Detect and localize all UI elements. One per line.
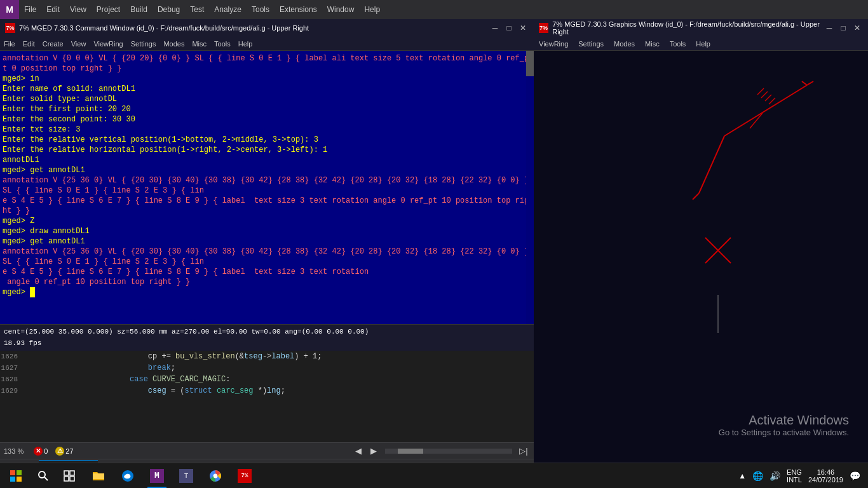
taskbar-tray-up[interactable]: ▲ bbox=[736, 463, 749, 489]
graphics-title: 7% MGED 7.30.3 Graphics Window (id_0) - … bbox=[552, 20, 824, 36]
graphics-menu-settings[interactable]: Settings bbox=[573, 37, 609, 51]
menu-extensions[interactable]: Extensions bbox=[275, 0, 322, 19]
mged-menu-tools[interactable]: Tools bbox=[210, 37, 234, 51]
error-icon: ✕ bbox=[34, 447, 43, 456]
code-lines: 1626 cp += bu_vls_strlen(&tseg->label) +… bbox=[0, 351, 534, 442]
terminal-scrollbar[interactable] bbox=[526, 51, 534, 324]
mged-menu-edit[interactable]: Edit bbox=[19, 37, 39, 51]
horizontal-scrollbar[interactable] bbox=[385, 449, 512, 454]
taskbar-date: 24/07/2019 bbox=[808, 476, 843, 484]
mged-menu-viewring[interactable]: ViewRing bbox=[90, 37, 126, 51]
svg-point-28 bbox=[214, 473, 218, 478]
menu-file[interactable]: File bbox=[19, 0, 41, 19]
taskbar-lang[interactable]: ENG INTL bbox=[784, 463, 804, 489]
mged-menu-help[interactable]: Help bbox=[234, 37, 257, 51]
menu-build[interactable]: Build bbox=[125, 0, 153, 19]
menu-debug[interactable]: Debug bbox=[153, 0, 185, 19]
mged-menu-settings[interactable]: Settings bbox=[127, 37, 160, 51]
svg-rect-25 bbox=[70, 477, 74, 481]
menu-test[interactable]: Test bbox=[185, 0, 209, 19]
scrollbar-thumb[interactable] bbox=[526, 51, 534, 76]
menu-analyze[interactable]: Analyze bbox=[209, 0, 247, 19]
main-layout: 7% 7% MGED 7.30.3 Command Window (id_0) … bbox=[0, 19, 868, 488]
graphics-minimize[interactable]: ─ bbox=[824, 22, 835, 34]
lang-code: ENG bbox=[787, 468, 802, 476]
svg-line-14 bbox=[761, 92, 768, 98]
error-count[interactable]: ✕ 0 bbox=[34, 447, 48, 456]
search-button[interactable] bbox=[32, 463, 55, 489]
taskbar-right: ▲ 🌐 🔊 ENG INTL 16:46 24/07/2019 💬 bbox=[731, 463, 868, 489]
taskbar-app-mged[interactable]: 7% bbox=[230, 463, 259, 489]
close-button[interactable]: ✕ bbox=[517, 22, 529, 34]
graphics-menu-modes[interactable]: Modes bbox=[609, 37, 640, 51]
menu-tools[interactable]: Tools bbox=[247, 0, 275, 19]
taskbar: M T 7% ▲ 🌐 🔊 ENG INTL bbox=[0, 463, 868, 488]
terminal-prompt[interactable]: mged> bbox=[3, 287, 531, 297]
warning-count[interactable]: ⚠ 27 bbox=[55, 447, 73, 456]
mged-menu-modes[interactable]: Modes bbox=[159, 37, 188, 51]
taskbar-network[interactable]: 🌐 bbox=[750, 463, 766, 489]
mged-command-menubar: File Edit Create View ViewRing Settings … bbox=[0, 37, 534, 51]
menu-view[interactable]: View bbox=[65, 0, 92, 19]
forward-button[interactable]: ▶ bbox=[367, 445, 380, 458]
lang-region: INTL bbox=[787, 476, 802, 484]
svg-rect-23 bbox=[70, 471, 74, 475]
mged-taskbar-icon: 7% bbox=[238, 469, 252, 483]
svg-line-6 bbox=[756, 117, 759, 121]
taskbar-notification[interactable]: 💬 bbox=[847, 463, 863, 489]
taskbar-task-view[interactable] bbox=[55, 463, 84, 489]
terminal-line: Enter name of solid: annotDL1 bbox=[3, 84, 531, 94]
graphics-menu-viewring[interactable]: ViewRing bbox=[534, 37, 573, 51]
scrollbar-thumb[interactable] bbox=[398, 449, 423, 454]
graphics-menu-help[interactable]: Help bbox=[691, 37, 715, 51]
taskbar-clock[interactable]: 16:46 24/07/2019 bbox=[806, 463, 846, 489]
taskbar-file-explorer[interactable] bbox=[84, 463, 113, 489]
mged-menu-file[interactable]: File bbox=[0, 37, 19, 51]
vs-menubar: M File Edit View Project Build Debug Tes… bbox=[0, 0, 868, 19]
graphics-menu-misc[interactable]: Misc bbox=[640, 37, 665, 51]
menu-window[interactable]: Window bbox=[322, 0, 360, 19]
terminal-line: Enter the relative vertical position(1->… bbox=[3, 135, 531, 145]
scroll-end-button[interactable]: ▷| bbox=[517, 445, 530, 458]
mged-menu-misc[interactable]: Misc bbox=[188, 37, 210, 51]
menu-help[interactable]: Help bbox=[359, 0, 385, 19]
menu-edit[interactable]: Edit bbox=[41, 0, 65, 19]
line-number: 1629 bbox=[0, 387, 23, 395]
graphics-menu-tools[interactable]: Tools bbox=[665, 37, 691, 51]
taskbar-visual-studio[interactable]: M bbox=[142, 463, 172, 489]
graphics-close[interactable]: ✕ bbox=[851, 22, 863, 34]
terminal-line: mged> Z bbox=[3, 216, 531, 226]
mged-menu-view[interactable]: View bbox=[67, 37, 90, 51]
mged-statusbar: cent=(25.000 35.000 0.000) sz=56.000 mm … bbox=[0, 324, 534, 338]
svg-line-3 bbox=[699, 136, 724, 193]
graphics-restore[interactable]: □ bbox=[837, 22, 849, 34]
svg-line-7 bbox=[753, 121, 756, 125]
menu-project[interactable]: Project bbox=[92, 0, 125, 19]
graphics-canvas[interactable]: Activate Windows Go to Settings to activ… bbox=[534, 51, 868, 488]
taskbar-edge[interactable] bbox=[113, 463, 142, 489]
bottom-toolbar: 133 % ✕ 0 ⚠ 27 ◀ ▶ ▷| bbox=[0, 442, 534, 459]
windows-logo-icon bbox=[10, 470, 22, 482]
taskbar-app-chrome[interactable] bbox=[201, 463, 230, 489]
line-number: 1627 bbox=[0, 364, 23, 372]
edge-icon bbox=[121, 469, 135, 483]
activate-windows-title: Activate Windows bbox=[719, 413, 849, 428]
folder-icon bbox=[92, 469, 105, 483]
start-button[interactable] bbox=[0, 463, 32, 489]
taskbar-sound[interactable]: 🔊 bbox=[767, 463, 783, 489]
terminal-line: annotation V {0 0 0} VL { {20 20} {0 0} … bbox=[3, 53, 531, 74]
zoom-level: 133 % bbox=[4, 447, 24, 455]
terminal-line: Enter txt size: 3 bbox=[3, 125, 531, 135]
svg-rect-24 bbox=[64, 477, 69, 481]
svg-line-15 bbox=[757, 88, 764, 95]
taskbar-app-teams[interactable]: T bbox=[172, 463, 201, 489]
restore-button[interactable]: □ bbox=[503, 22, 515, 34]
activate-windows: Activate Windows Go to Settings to activ… bbox=[719, 413, 849, 437]
mged-menu-create[interactable]: Create bbox=[39, 37, 67, 51]
terminal-line: Enter the relative horizontal position(1… bbox=[3, 145, 531, 155]
back-button[interactable]: ◀ bbox=[352, 445, 365, 458]
teams-icon: T bbox=[179, 469, 193, 483]
mged-terminal[interactable]: annotation V {0 0 0} VL { {20 20} {0 0} … bbox=[0, 51, 534, 324]
mged-command-window: 7% 7% MGED 7.30.3 Command Window (id_0) … bbox=[0, 19, 534, 351]
minimize-button[interactable]: ─ bbox=[489, 22, 501, 34]
